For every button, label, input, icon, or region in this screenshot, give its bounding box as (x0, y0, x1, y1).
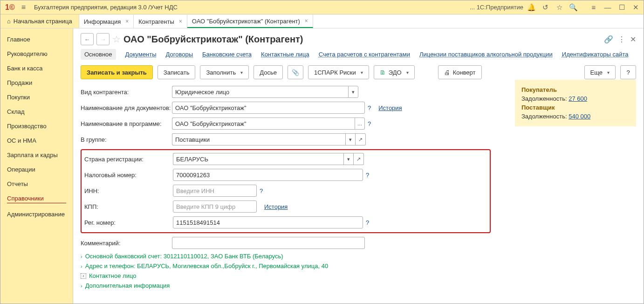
sidebar-item-production[interactable]: Производство (0, 119, 73, 133)
sidebar-item-warehouse[interactable]: Склад (0, 104, 73, 119)
help-icon[interactable]: ? (366, 219, 369, 226)
main-menu-icon[interactable]: ≡ (18, 3, 29, 12)
app-logo-icon: 1© (2, 3, 18, 12)
help-icon[interactable]: ? (368, 120, 371, 127)
chevron-right-icon: › (81, 254, 82, 259)
star-icon[interactable]: ☆ (553, 1, 565, 14)
save-close-button[interactable]: Записать и закрыть (81, 65, 153, 79)
settings-icon[interactable]: ≡ (588, 1, 600, 14)
sidebar-item-assets[interactable]: ОС и НМА (0, 133, 73, 148)
tab-info[interactable]: Информация × (79, 14, 134, 28)
expand-label: Контактное лицо (89, 272, 136, 279)
chevron-down-icon: ▾ (406, 70, 409, 75)
supplier-debt-link[interactable]: 540 000 (569, 113, 590, 120)
dropdown-icon[interactable]: ▾ (345, 133, 356, 145)
country-label: Страна регистрации: (84, 156, 173, 163)
tab-counterparties[interactable]: Контрагенты × (134, 14, 187, 28)
sidebar-item-sales[interactable]: Продажи (0, 76, 73, 90)
link-icon[interactable]: 🔗 (604, 35, 613, 44)
help-icon[interactable]: ? (368, 104, 371, 111)
formnav-licenses[interactable]: Лицензии поставщиков алкогольной продукц… (419, 51, 553, 58)
close-form-icon[interactable]: ✕ (630, 35, 636, 44)
expand-label: Основной банковский счет: 3012110110012,… (85, 253, 283, 260)
comment-input[interactable] (172, 237, 365, 249)
help-icon[interactable]: ? (366, 172, 369, 179)
help-icon[interactable]: ? (260, 187, 263, 194)
formnav-contacts[interactable]: Контактные лица (261, 51, 309, 58)
dropdown-icon[interactable]: ▾ (348, 86, 358, 98)
sidebar-item-purchases[interactable]: Покупки (0, 90, 73, 104)
close-tab-icon[interactable]: × (177, 18, 182, 25)
tab-label: ОАО "Бобруйсктрикотаж" (Контрагент) (192, 18, 300, 25)
close-tab-icon[interactable]: × (303, 18, 308, 24)
bell-icon[interactable]: 🔔 (525, 1, 537, 14)
chevron-right-icon: › (81, 273, 86, 279)
taxnum-input[interactable] (173, 169, 363, 181)
history-link[interactable]: История (264, 203, 288, 210)
kpp-input[interactable] (173, 200, 257, 213)
type-input[interactable] (172, 86, 348, 98)
reg-label: Рег. номер: (84, 219, 173, 226)
tab-counterparty-form[interactable]: ОАО "Бобруйсктрикотаж" (Контрагент) × (187, 14, 313, 28)
country-input[interactable] (173, 153, 343, 165)
attach-button[interactable]: 📎 (288, 65, 303, 79)
sidebar-item-operations[interactable]: Операции (0, 162, 73, 177)
reg-input[interactable] (173, 216, 363, 228)
doc-name-input[interactable] (172, 102, 365, 114)
counterparty-form: Вид контрагента: ▾ Наименование для доку… (81, 86, 491, 289)
sidebar-item-directories[interactable]: Справочники (0, 191, 73, 207)
debt-info-panel: Покупатель Задолженность: 27 600 Поставщ… (515, 80, 636, 126)
envelope-button[interactable]: 🖨Конверт (438, 65, 482, 79)
prog-name-label: Наименование в программе: (81, 120, 172, 127)
history-link[interactable]: История (378, 104, 402, 111)
buyer-debt-link[interactable]: 27 600 (569, 95, 587, 102)
home-tab[interactable]: ⌂ Начальная страница (0, 14, 79, 28)
open-icon[interactable]: ↗ (354, 153, 364, 165)
fill-button[interactable]: Заполнить▾ (200, 65, 249, 79)
expand-icon[interactable]: … (355, 117, 365, 130)
formnav-contracts[interactable]: Договоры (166, 51, 193, 58)
menu-icon[interactable]: ⋮ (618, 35, 625, 44)
spark-risks-button[interactable]: 1СПАРК Риски▾ (308, 65, 369, 79)
supplier-heading: Поставщик (521, 104, 630, 111)
sidebar-item-payroll[interactable]: Зарплата и кадры (0, 148, 73, 162)
save-button[interactable]: Записать (158, 65, 196, 79)
dropdown-icon[interactable]: ▾ (343, 153, 354, 165)
minimize-icon[interactable]: — (602, 1, 614, 14)
chevron-right-icon: › (81, 263, 82, 269)
nav-back-button[interactable]: ← (81, 33, 94, 45)
kpp-label: КПП: (84, 203, 173, 210)
open-icon[interactable]: ↗ (356, 133, 366, 145)
formnav-settlement-accounts[interactable]: Счета расчетов с контрагентами (319, 51, 410, 58)
history-icon[interactable]: ↺ (539, 1, 551, 14)
print-icon: 🖨 (444, 69, 450, 76)
expand-other[interactable]: › Дополнительная информация (81, 282, 491, 289)
expand-bank-account[interactable]: › Основной банковский счет: 301211011001… (81, 253, 491, 260)
sidebar-item-bank[interactable]: Банк и касса (0, 61, 73, 76)
formnav-documents[interactable]: Документы (125, 51, 157, 58)
maximize-icon[interactable]: ☐ (616, 1, 628, 14)
prog-name-input[interactable] (172, 117, 355, 130)
formnav-main[interactable]: Основное (81, 49, 116, 60)
inn-input[interactable] (173, 185, 257, 197)
expand-address[interactable]: › Адрес и телефон: БЕЛАРУСЬ, Могилевская… (81, 263, 491, 269)
search-icon[interactable]: 🔍 (567, 1, 579, 14)
close-tab-icon[interactable]: × (123, 18, 129, 25)
registration-section: Страна регистрации: ▾ ↗ Налоговый номер:… (81, 149, 491, 233)
close-window-icon[interactable]: ✕ (630, 1, 642, 14)
chevron-right-icon: › (81, 283, 82, 289)
expand-contact[interactable]: › Контактное лицо (81, 272, 491, 279)
edo-button[interactable]: 🗎ЭДО▾ (374, 65, 415, 79)
sidebar-item-manager[interactable]: Руководителю (0, 47, 73, 61)
nav-forward-button[interactable]: → (96, 33, 110, 45)
formnav-site-ids[interactable]: Идентификаторы сайта (562, 51, 629, 58)
group-input[interactable] (172, 133, 345, 145)
sidebar-item-admin[interactable]: Администрирование (0, 207, 73, 221)
help-button[interactable]: ? (620, 65, 636, 79)
dossier-button[interactable]: Досье (253, 65, 283, 79)
sidebar-item-reports[interactable]: Отчеты (0, 177, 73, 191)
formnav-bank-accounts[interactable]: Банковские счета (202, 51, 252, 58)
sidebar-item-main[interactable]: Главное (0, 32, 73, 47)
favorite-icon[interactable]: ☆ (112, 34, 121, 45)
more-button[interactable]: Еще▾ (584, 65, 616, 79)
